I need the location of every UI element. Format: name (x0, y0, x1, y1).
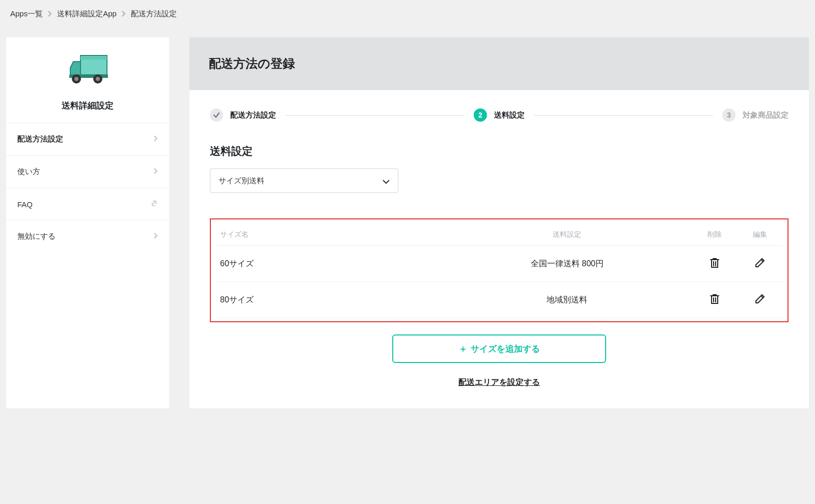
size-table: サイズ名 送料設定 削除 編集 60サイズ 全国一律送料 800円 (216, 222, 782, 318)
main-title: 配送方法の登録 (209, 55, 790, 72)
th-edit: 編集 (737, 222, 782, 246)
step-label: 送料設定 (494, 110, 525, 120)
fee-type-select[interactable]: サイズ別送料 (210, 169, 398, 193)
sidebar-item-faq[interactable]: FAQ (6, 188, 169, 220)
chevron-right-icon (154, 135, 158, 143)
step-1: 配送方法設定 (210, 108, 276, 122)
cell-size: 80サイズ (216, 282, 443, 318)
svg-rect-2 (80, 57, 107, 60)
main-header: 配送方法の登録 (189, 37, 809, 90)
external-link-icon (150, 200, 158, 209)
th-delete: 削除 (692, 222, 737, 246)
section-title: 送料設定 (210, 144, 789, 158)
select-value: サイズ別送料 (219, 176, 264, 186)
configure-area-link[interactable]: 配送エリアを設定する (210, 377, 789, 388)
main: 配送方法の登録 配送方法設定 2 送料設定 (189, 37, 809, 408)
breadcrumb-item-1[interactable]: 送料詳細設定App (57, 9, 117, 19)
sidebar-item-disable[interactable]: 無効にする (6, 220, 169, 253)
chevron-down-icon (383, 177, 390, 185)
trash-icon[interactable] (710, 257, 720, 268)
stepper: 配送方法設定 2 送料設定 3 対象商品設定 (210, 108, 789, 122)
cell-fee: 全国一律送料 800円 (443, 246, 692, 282)
cell-size: 60サイズ (216, 246, 443, 282)
svg-point-6 (96, 77, 100, 81)
trash-icon[interactable] (710, 293, 720, 304)
th-size: サイズ名 (216, 222, 443, 246)
add-size-button[interactable]: ＋ サイズを追加する (392, 334, 606, 363)
step-label: 対象商品設定 (743, 110, 789, 120)
cell-fee: 地域別送料 (443, 282, 692, 318)
sidebar-item-label: 配送方法設定 (17, 134, 63, 144)
svg-point-4 (74, 77, 78, 81)
chevron-right-icon (122, 10, 126, 18)
sidebar-title: 送料詳細設定 (62, 100, 114, 111)
chevron-right-icon (154, 233, 158, 240)
step-number-icon: 3 (722, 108, 736, 122)
sidebar-item-usage[interactable]: 使い方 (6, 155, 169, 188)
plus-icon: ＋ (458, 343, 468, 355)
sidebar-header: 送料詳細設定 (6, 37, 169, 123)
sidebar-item-label: 無効にする (17, 232, 56, 241)
th-fee: 送料設定 (443, 222, 692, 246)
step-label: 配送方法設定 (230, 110, 276, 120)
sidebar-item-label: 使い方 (17, 167, 40, 177)
chevron-right-icon (154, 168, 158, 176)
breadcrumb: Apps一覧 送料詳細設定App 配送方法設定 (0, 0, 815, 28)
step-line (285, 115, 465, 116)
breadcrumb-item-0[interactable]: Apps一覧 (10, 9, 43, 19)
step-line (534, 115, 713, 116)
table-row: 80サイズ 地域別送料 (216, 282, 782, 318)
size-table-highlight: サイズ名 送料設定 削除 編集 60サイズ 全国一律送料 800円 (210, 218, 789, 322)
truck-icon (67, 52, 108, 86)
breadcrumb-item-2[interactable]: 配送方法設定 (131, 9, 177, 19)
sidebar-item-shipping-method[interactable]: 配送方法設定 (6, 123, 169, 155)
pencil-icon[interactable] (754, 257, 766, 268)
step-number-icon: 2 (474, 108, 487, 122)
step-3: 3 対象商品設定 (722, 108, 789, 122)
check-icon (210, 108, 223, 122)
sidebar-item-label: FAQ (17, 200, 33, 209)
table-row: 60サイズ 全国一律送料 800円 (216, 246, 782, 282)
chevron-right-icon (48, 10, 52, 18)
add-button-label: サイズを追加する (471, 343, 540, 355)
pencil-icon[interactable] (754, 293, 766, 304)
sidebar: 送料詳細設定 配送方法設定 使い方 FAQ (6, 37, 169, 408)
step-2: 2 送料設定 (474, 108, 525, 122)
